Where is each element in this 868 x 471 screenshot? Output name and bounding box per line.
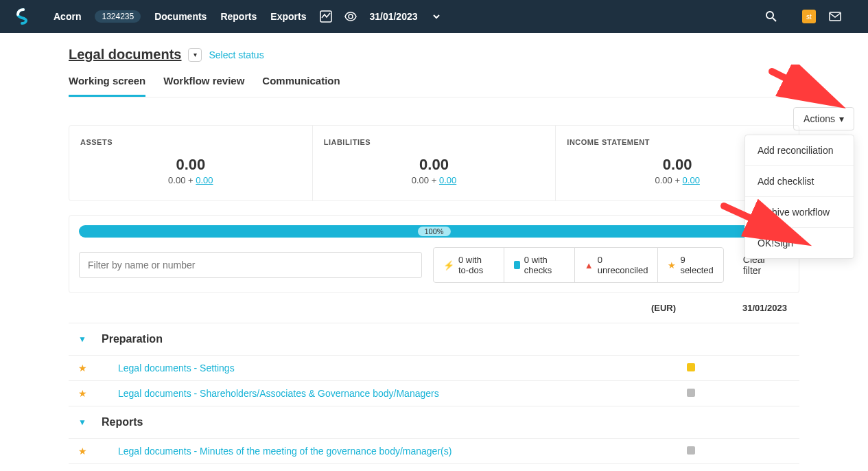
section-preparation: ▼ Preparation: [69, 323, 799, 356]
page-content: Legal documents ▾ Select status Working …: [0, 33, 868, 464]
tab-working-screen[interactable]: Working screen: [69, 75, 145, 97]
star-yellow-icon: ★: [668, 260, 676, 271]
toggle-todos[interactable]: ⚡0 with to-dos: [434, 248, 504, 282]
title-dropdown-button[interactable]: ▾: [188, 48, 202, 62]
chevron-down-icon[interactable]: [432, 12, 441, 21]
row-link-shareholders[interactable]: Legal documents - Shareholders/Associate…: [96, 388, 439, 399]
section-preparation-title: Preparation: [96, 333, 163, 345]
select-status-link[interactable]: Select status: [209, 49, 263, 60]
card-liabilities-label: LIABILITIES: [324, 138, 545, 146]
app-logo[interactable]: [14, 7, 33, 26]
toggle-checks-label: 0 with checks: [524, 255, 565, 275]
menu-add-reconciliation[interactable]: Add reconciliation: [745, 135, 854, 165]
filter-toggles: ⚡0 with to-dos 0 with checks ▲0 unreconc…: [433, 247, 724, 283]
page-title[interactable]: Legal documents: [69, 47, 181, 62]
nav-documents[interactable]: Documents: [154, 11, 207, 22]
progress-bar: 100%: [79, 225, 789, 238]
svg-line-3: [773, 18, 776, 21]
square-blue-icon: [514, 261, 520, 269]
svg-rect-4: [830, 12, 841, 21]
chevron-down-icon[interactable]: ▼: [69, 334, 96, 344]
chart-icon[interactable]: [320, 10, 332, 23]
row-status[interactable]: [676, 363, 799, 374]
card-income-sub-link[interactable]: 0.00: [683, 175, 700, 185]
square-grey-icon: [687, 446, 695, 455]
svg-point-1: [349, 14, 353, 19]
nav-reports[interactable]: Reports: [220, 11, 257, 22]
square-grey-icon: [687, 389, 695, 397]
toggle-checks[interactable]: 0 with checks: [504, 248, 575, 282]
user-avatar[interactable]: st: [802, 10, 816, 23]
actions-label: Actions: [804, 113, 835, 124]
star-icon[interactable]: ★: [69, 363, 96, 374]
star-icon[interactable]: ★: [69, 388, 96, 399]
svg-point-2: [766, 12, 773, 19]
caret-down-icon: ▾: [839, 113, 844, 124]
bolt-icon: ⚡: [443, 260, 454, 271]
section-reports: ▼ Reports: [69, 406, 799, 439]
square-yellow-icon: [687, 363, 695, 371]
tab-workflow-review[interactable]: Workflow review: [163, 75, 244, 97]
menu-archive-workflow[interactable]: Archive workflow: [745, 197, 854, 227]
summary-cards: ASSETS 0.00 0.00 + 0.00 LIABILITIES 0.00…: [69, 125, 799, 201]
card-assets-sub-a: 0.00: [168, 175, 185, 185]
card-assets-sub-link[interactable]: 0.00: [196, 175, 213, 185]
eye-icon[interactable]: [344, 10, 357, 23]
col-currency: (EUR): [594, 303, 676, 313]
table-row: ★ Legal documents - Shareholders/Associa…: [69, 381, 799, 406]
card-liabilities-sub-link[interactable]: 0.00: [439, 175, 456, 185]
nav-date[interactable]: 31/01/2023: [369, 11, 417, 22]
mail-icon[interactable]: [828, 10, 842, 23]
card-liabilities: LIABILITIES 0.00 0.00 + 0.00: [313, 126, 556, 200]
row-link-minutes[interactable]: Legal documents - Minutes of the meeting…: [96, 446, 451, 457]
progress-percent: 100%: [417, 227, 450, 236]
filter-input[interactable]: [79, 252, 422, 278]
row-status[interactable]: [676, 388, 799, 399]
table-row: ★ Legal documents - Minutes of the meeti…: [69, 439, 799, 464]
nav-company[interactable]: Acorn: [54, 11, 81, 22]
table-row: ★ Legal documents - Settings: [69, 356, 799, 381]
chevron-down-icon[interactable]: ▼: [69, 417, 96, 427]
triangle-red-icon: ▲: [585, 260, 594, 271]
nav-id-badge[interactable]: 1324235: [95, 10, 141, 23]
star-icon[interactable]: ★: [69, 446, 96, 457]
tab-bar: Working screen Workflow review Communica…: [69, 75, 799, 97]
toggle-unreconciled[interactable]: ▲0 unreconciled: [575, 248, 659, 282]
row-status[interactable]: [676, 446, 799, 457]
card-assets: ASSETS 0.00 0.00 + 0.00: [69, 126, 313, 200]
tab-communication[interactable]: Communication: [262, 75, 340, 97]
toggle-todos-label: 0 with to-dos: [458, 255, 494, 275]
card-liabilities-value: 0.00: [324, 156, 545, 174]
card-assets-label: ASSETS: [80, 138, 301, 146]
card-income-sub-a: 0.00: [655, 175, 672, 185]
search-icon[interactable]: [765, 10, 777, 23]
progress-panel: 100% ⚡0 with to-dos 0 with checks ▲0 unr…: [69, 215, 799, 293]
card-assets-value: 0.00: [80, 156, 301, 174]
toggle-selected-label: 9 selected: [680, 255, 713, 275]
section-reports-title: Reports: [96, 416, 143, 428]
top-navbar: Acorn 1324235 Documents Reports Exports …: [0, 0, 868, 33]
card-liabilities-sub-a: 0.00: [412, 175, 429, 185]
table-header: (EUR) 31/01/2023: [69, 293, 799, 323]
toggle-unreconciled-label: 0 unreconciled: [598, 255, 648, 275]
menu-oksign[interactable]: OK!Sign: [745, 228, 854, 258]
toggle-selected[interactable]: ★9 selected: [658, 248, 723, 282]
actions-dropdown: Add reconciliation Add checklist Archive…: [744, 135, 854, 259]
row-link-settings[interactable]: Legal documents - Settings: [96, 363, 235, 374]
nav-exports[interactable]: Exports: [270, 11, 306, 22]
menu-add-checklist[interactable]: Add checklist: [745, 166, 854, 196]
actions-button[interactable]: Actions ▾: [793, 107, 854, 130]
col-date: 31/01/2023: [676, 303, 799, 313]
